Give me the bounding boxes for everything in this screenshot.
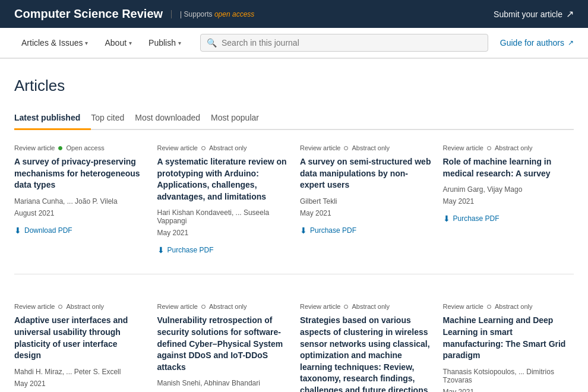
action-label: Purchase PDF	[310, 226, 356, 235]
article-type: Review article	[157, 303, 198, 310]
access-dot-icon	[487, 305, 491, 309]
article-title[interactable]: Strategies based on various aspects of c…	[300, 315, 431, 392]
access-dot-icon	[344, 146, 348, 150]
article-card: Review article Abstract only Adaptive us…	[14, 303, 146, 392]
top-header: Computer Science Review | Supports open …	[0, 0, 588, 28]
article-title[interactable]: Adaptive user interfaces and universal u…	[14, 315, 146, 361]
access-label: Abstract only	[495, 144, 533, 151]
article-type: Review article	[443, 303, 483, 310]
article-authors: Gilbert Tekli	[300, 197, 431, 206]
submit-article-button[interactable]: Submit your article ↗	[494, 8, 574, 20]
article-card: Review article Open access A survey of p…	[14, 144, 146, 255]
article-meta: Review article Abstract only	[14, 303, 146, 310]
access-dot-icon	[58, 146, 62, 150]
article-action-button[interactable]: ⬇ Purchase PDF	[157, 245, 289, 255]
article-authors: Hari Kishan Kondaveeti, ... Suseela Vapp…	[157, 208, 289, 225]
open-access-text: open access	[214, 10, 254, 18]
article-date: August 2021	[14, 209, 146, 217]
nav-left: Articles & Issues ▾ About ▾ Publish ▾	[14, 27, 188, 58]
article-action-button[interactable]: ⬇ Purchase PDF	[443, 214, 574, 223]
access-dot-icon	[58, 305, 62, 309]
article-date: May 2021	[157, 229, 289, 237]
download-icon: ⬇	[157, 245, 165, 255]
access-dot-icon	[487, 146, 491, 150]
article-date: May 2021	[443, 197, 574, 206]
article-title[interactable]: Vulnerability retrospection of security …	[157, 315, 289, 373]
action-label: Download PDF	[24, 226, 72, 235]
article-action-button[interactable]: ⬇ Download PDF	[14, 226, 146, 235]
article-authors: Mariana Cunha, ... João P. Vilela	[14, 197, 146, 206]
search-input[interactable]	[222, 38, 482, 48]
guide-for-authors-link[interactable]: Guide for authors ↗	[500, 38, 574, 48]
article-tabs: Latest published Top cited Most download…	[14, 107, 574, 130]
download-icon: ⬇	[14, 226, 21, 235]
nav-publish[interactable]: Publish ▾	[141, 27, 188, 58]
article-meta: Review article Abstract only	[157, 303, 289, 310]
article-title[interactable]: A survey on semi-structured web data man…	[300, 156, 431, 191]
nav-about[interactable]: About ▾	[97, 27, 139, 58]
article-meta: Review article Abstract only	[300, 303, 431, 310]
chevron-down-icon: ▾	[85, 40, 88, 46]
access-label: Abstract only	[66, 303, 104, 310]
access-label: Abstract only	[209, 303, 247, 310]
article-title[interactable]: Role of machine learning in medical rese…	[443, 156, 574, 179]
article-type: Review article	[300, 144, 340, 151]
action-label: Purchase PDF	[453, 214, 500, 223]
article-card: Review article Abstract only Vulnerabili…	[157, 303, 289, 392]
article-meta: Review article Abstract only	[443, 144, 574, 151]
article-meta: Review article Abstract only	[300, 144, 431, 151]
access-label: Abstract only	[352, 303, 390, 310]
row-divider	[14, 274, 574, 274]
download-icon: ⬇	[443, 214, 450, 223]
article-meta: Review article Abstract only	[443, 303, 574, 310]
article-title[interactable]: A systematic literature review on protot…	[157, 156, 289, 203]
tab-latest-published[interactable]: Latest published	[14, 107, 91, 130]
article-card: Review article Abstract only Machine Lea…	[443, 303, 574, 392]
action-label: Purchase PDF	[167, 246, 214, 254]
tab-most-popular[interactable]: Most popular	[211, 107, 270, 130]
nav-bar: Articles & Issues ▾ About ▾ Publish ▾ 🔍 …	[0, 28, 588, 59]
article-type: Review article	[300, 303, 340, 310]
download-icon: ⬇	[300, 226, 307, 235]
access-label: Abstract only	[495, 303, 533, 310]
page-title: Articles	[14, 77, 574, 95]
article-action-button[interactable]: ⬇ Purchase PDF	[300, 226, 431, 235]
tab-top-cited[interactable]: Top cited	[91, 107, 135, 130]
article-date: May 2021	[300, 209, 431, 217]
nav-articles-issues[interactable]: Articles & Issues ▾	[14, 27, 95, 58]
article-meta: Review article Open access	[14, 144, 146, 151]
article-date: May 2021	[14, 380, 146, 388]
article-type: Review article	[14, 144, 55, 151]
chevron-down-icon: ▾	[129, 40, 132, 46]
access-dot-icon	[201, 305, 206, 309]
article-card: Review article Abstract only Role of mac…	[443, 144, 574, 255]
article-card: Review article Abstract only A survey on…	[300, 144, 431, 255]
article-type: Review article	[157, 144, 198, 151]
article-meta: Review article Abstract only	[157, 144, 289, 151]
submit-arrow-icon: ↗	[566, 8, 574, 20]
access-label: Abstract only	[209, 144, 247, 151]
articles-grid: Review article Open access A survey of p…	[14, 144, 574, 392]
article-type: Review article	[443, 144, 483, 151]
access-dot-icon	[201, 146, 206, 150]
journal-title: Computer Science Review	[14, 7, 163, 21]
article-authors: Mahdi H. Miraz, ... Peter S. Excell	[14, 368, 146, 376]
article-type: Review article	[14, 303, 55, 310]
external-link-icon: ↗	[568, 39, 574, 47]
tab-most-downloaded[interactable]: Most downloaded	[135, 107, 211, 130]
search-area: 🔍	[200, 34, 488, 52]
article-card: Review article Abstract only Strategies …	[300, 303, 431, 392]
article-authors: Arunim Garg, Vijay Mago	[443, 185, 574, 194]
chevron-down-icon: ▾	[178, 40, 181, 46]
access-dot-icon	[344, 305, 348, 309]
article-title[interactable]: Machine Learning and Deep Learning in sm…	[443, 315, 574, 361]
search-icon: 🔍	[207, 38, 217, 48]
search-box: 🔍	[200, 34, 488, 52]
access-label: Open access	[66, 144, 104, 151]
article-title[interactable]: A survey of privacy-preserving mechanism…	[14, 156, 146, 191]
open-access-badge: | Supports open access	[171, 10, 254, 18]
article-authors: Manish Snehi, Abhinav Bhandari	[157, 379, 289, 387]
main-content: Articles Latest published Top cited Most…	[0, 59, 588, 392]
access-label: Abstract only	[352, 144, 390, 151]
article-date: May 2021	[443, 388, 574, 392]
